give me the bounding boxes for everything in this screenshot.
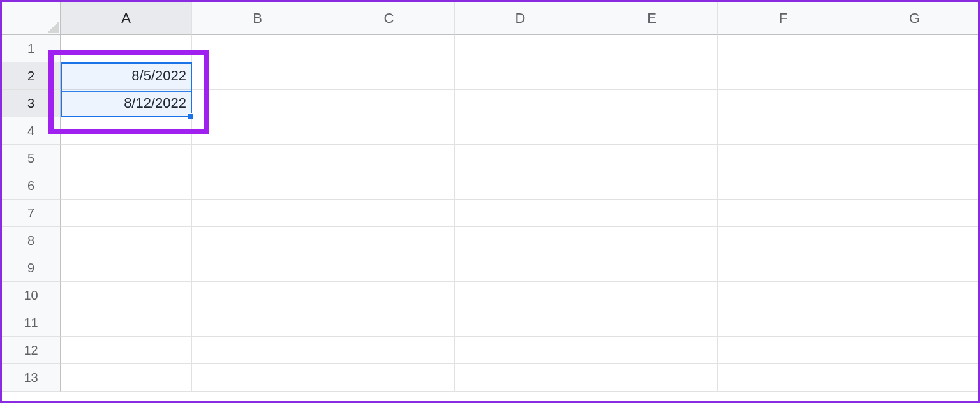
cell-D3[interactable] bbox=[455, 90, 586, 117]
cell-G8[interactable] bbox=[849, 227, 980, 254]
cell-C8[interactable] bbox=[323, 227, 455, 254]
cell-E7[interactable] bbox=[586, 200, 718, 227]
cell-B8[interactable] bbox=[192, 227, 323, 254]
cell-B13[interactable] bbox=[192, 364, 323, 392]
row-header-9[interactable]: 9 bbox=[2, 254, 61, 282]
cell-D2[interactable] bbox=[455, 62, 586, 90]
cell-D13[interactable] bbox=[455, 364, 586, 392]
row-header-2[interactable]: 2 bbox=[2, 62, 61, 90]
cell-A8[interactable] bbox=[61, 227, 192, 254]
cell-G9[interactable] bbox=[849, 254, 980, 282]
cell-G1[interactable] bbox=[849, 35, 980, 62]
row-header-6[interactable]: 6 bbox=[2, 172, 61, 200]
cell-E10[interactable] bbox=[586, 282, 718, 309]
spreadsheet-grid[interactable]: A B C D E F G 1 2 8/5/2022 3 8/12/2022 4… bbox=[2, 2, 978, 401]
cell-C1[interactable] bbox=[323, 35, 455, 62]
cell-G11[interactable] bbox=[849, 309, 980, 337]
cell-B7[interactable] bbox=[192, 200, 323, 227]
cell-D12[interactable] bbox=[455, 337, 586, 364]
cell-C7[interactable] bbox=[323, 200, 455, 227]
cell-E2[interactable] bbox=[586, 62, 718, 90]
cell-A3[interactable]: 8/12/2022 bbox=[61, 90, 192, 117]
cell-E6[interactable] bbox=[586, 172, 718, 200]
cell-A4[interactable] bbox=[61, 117, 192, 145]
cell-A12[interactable] bbox=[61, 337, 192, 364]
col-header-G[interactable]: G bbox=[849, 2, 980, 35]
cell-A7[interactable] bbox=[61, 200, 192, 227]
cell-G2[interactable] bbox=[849, 62, 980, 90]
col-header-E[interactable]: E bbox=[586, 2, 718, 35]
row-header-13[interactable]: 13 bbox=[2, 364, 61, 392]
cell-C13[interactable] bbox=[323, 364, 455, 392]
cell-E4[interactable] bbox=[586, 117, 718, 145]
cell-G3[interactable] bbox=[849, 90, 980, 117]
cell-G13[interactable] bbox=[849, 364, 980, 392]
cell-C9[interactable] bbox=[323, 254, 455, 282]
cell-G7[interactable] bbox=[849, 200, 980, 227]
cell-D6[interactable] bbox=[455, 172, 586, 200]
cell-A9[interactable] bbox=[61, 254, 192, 282]
cell-A10[interactable] bbox=[61, 282, 192, 309]
cell-F7[interactable] bbox=[718, 200, 849, 227]
cell-B10[interactable] bbox=[192, 282, 323, 309]
col-header-A[interactable]: A bbox=[61, 2, 192, 35]
cell-F8[interactable] bbox=[718, 227, 849, 254]
row-header-5[interactable]: 5 bbox=[2, 145, 61, 172]
cell-B5[interactable] bbox=[192, 145, 323, 172]
cell-A6[interactable] bbox=[61, 172, 192, 200]
cell-F2[interactable] bbox=[718, 62, 849, 90]
cell-G5[interactable] bbox=[849, 145, 980, 172]
cell-B3[interactable] bbox=[192, 90, 323, 117]
cell-E5[interactable] bbox=[586, 145, 718, 172]
cell-C10[interactable] bbox=[323, 282, 455, 309]
cell-B2[interactable] bbox=[192, 62, 323, 90]
cell-D1[interactable] bbox=[455, 35, 586, 62]
row-header-11[interactable]: 11 bbox=[2, 309, 61, 337]
cell-C4[interactable] bbox=[323, 117, 455, 145]
cell-F10[interactable] bbox=[718, 282, 849, 309]
cell-G4[interactable] bbox=[849, 117, 980, 145]
cell-C12[interactable] bbox=[323, 337, 455, 364]
cell-A5[interactable] bbox=[61, 145, 192, 172]
cell-C3[interactable] bbox=[323, 90, 455, 117]
cell-E9[interactable] bbox=[586, 254, 718, 282]
col-header-F[interactable]: F bbox=[718, 2, 849, 35]
col-header-B[interactable]: B bbox=[192, 2, 323, 35]
col-header-D[interactable]: D bbox=[455, 2, 586, 35]
cell-B12[interactable] bbox=[192, 337, 323, 364]
cell-E12[interactable] bbox=[586, 337, 718, 364]
row-header-7[interactable]: 7 bbox=[2, 200, 61, 227]
cell-D5[interactable] bbox=[455, 145, 586, 172]
select-all-corner[interactable] bbox=[2, 2, 61, 35]
row-header-8[interactable]: 8 bbox=[2, 227, 61, 254]
cell-D8[interactable] bbox=[455, 227, 586, 254]
col-header-C[interactable]: C bbox=[323, 2, 455, 35]
cell-F13[interactable] bbox=[718, 364, 849, 392]
row-header-10[interactable]: 10 bbox=[2, 282, 61, 309]
cell-A13[interactable] bbox=[61, 364, 192, 392]
cell-B9[interactable] bbox=[192, 254, 323, 282]
cell-F3[interactable] bbox=[718, 90, 849, 117]
cell-B6[interactable] bbox=[192, 172, 323, 200]
cell-A2[interactable]: 8/5/2022 bbox=[61, 62, 192, 90]
row-header-12[interactable]: 12 bbox=[2, 337, 61, 364]
row-header-4[interactable]: 4 bbox=[2, 117, 61, 145]
cell-D11[interactable] bbox=[455, 309, 586, 337]
cell-A11[interactable] bbox=[61, 309, 192, 337]
cell-G6[interactable] bbox=[849, 172, 980, 200]
cell-F9[interactable] bbox=[718, 254, 849, 282]
row-header-1[interactable]: 1 bbox=[2, 35, 61, 62]
cell-D10[interactable] bbox=[455, 282, 586, 309]
cell-E8[interactable] bbox=[586, 227, 718, 254]
cell-F4[interactable] bbox=[718, 117, 849, 145]
cell-C6[interactable] bbox=[323, 172, 455, 200]
row-header-3[interactable]: 3 bbox=[2, 90, 61, 117]
cell-F6[interactable] bbox=[718, 172, 849, 200]
cell-E13[interactable] bbox=[586, 364, 718, 392]
cell-D7[interactable] bbox=[455, 200, 586, 227]
cell-B4[interactable] bbox=[192, 117, 323, 145]
cell-G10[interactable] bbox=[849, 282, 980, 309]
cell-D9[interactable] bbox=[455, 254, 586, 282]
cell-F12[interactable] bbox=[718, 337, 849, 364]
cell-D4[interactable] bbox=[455, 117, 586, 145]
